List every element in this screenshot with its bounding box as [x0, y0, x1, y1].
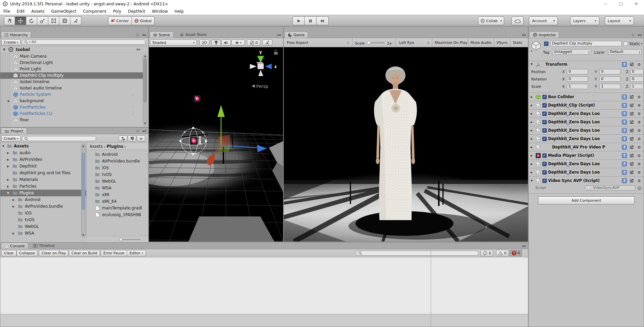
hierarchy-item[interactable]: ▶background [0, 98, 143, 104]
gear-icon[interactable] [637, 170, 642, 175]
layers-dropdown[interactable]: Layers [570, 16, 599, 25]
project-lock-icon[interactable] [136, 129, 140, 133]
window-maximize-button[interactable]: □ [613, 0, 629, 8]
position-x-field[interactable]: 0 [567, 69, 588, 74]
console-panel-menu-icon[interactable]: ▾≡ [522, 244, 526, 248]
mute-audio-button[interactable]: Mute Audio [469, 40, 493, 46]
transform-foldout-icon[interactable]: ▼ [531, 63, 533, 66]
expand-icon[interactable]: ▶ [531, 146, 533, 149]
breadcrumb-current[interactable]: Plugins [107, 144, 123, 149]
component-depthkit-zero-days[interactable]: ▶c# Depthkit_Zero Days Loo ? [529, 109, 644, 118]
tab-asset-store[interactable]: Asset Store [176, 31, 210, 38]
window-minimize-button[interactable]: ─ [598, 0, 613, 8]
menu-help[interactable]: Help [171, 8, 187, 15]
scene-header-row[interactable]: ▼ Isobel ▾≡ [0, 46, 148, 53]
tab-game[interactable]: Game [284, 31, 308, 38]
window-close-button[interactable]: ✕ [629, 0, 644, 8]
prefab-chevron-icon[interactable]: › [132, 91, 133, 98]
component-enabled-checkbox[interactable] [542, 153, 547, 158]
scene-panel-menu-icon[interactable]: ▾≡ [277, 33, 281, 37]
hierarchy-create-button[interactable]: Create▾ [1, 39, 21, 45]
project-panel-menu-icon[interactable]: ▾≡ [143, 129, 146, 133]
rotation-z-field[interactable]: 0 [630, 76, 644, 82]
component-video-sync-avp[interactable]: ▼c# Video Sync AVP (Script) ? [529, 176, 644, 185]
component-enabled-checkbox[interactable] [542, 137, 547, 141]
help-icon[interactable]: ? [622, 103, 627, 108]
gear-icon[interactable] [637, 178, 642, 183]
preset-icon[interactable] [629, 178, 634, 183]
console-error-pause-button[interactable]: Error Pause [101, 250, 127, 256]
tab-console[interactable]: Console [1, 243, 28, 249]
gear-icon[interactable] [637, 128, 642, 133]
expand-icon[interactable]: ▶ [12, 203, 14, 210]
space-toggle-button[interactable]: Global [132, 16, 155, 25]
preset-icon[interactable] [629, 136, 634, 141]
scene-effects-dropdown[interactable]: ▾ [231, 40, 245, 46]
help-icon[interactable]: ? [622, 94, 627, 100]
prefab-chevron-icon[interactable]: › [132, 111, 133, 117]
breadcrumb-root[interactable]: Assets [90, 144, 103, 149]
expand-icon[interactable]: ▼ [7, 190, 9, 197]
expand-icon[interactable]: ▶ [12, 230, 14, 237]
project-file[interactable]: WebGL [87, 178, 148, 185]
project-tree-item[interactable]: ▶Particles [0, 183, 86, 190]
gear-icon[interactable] [637, 153, 642, 158]
inspector-panel-menu-icon[interactable]: ▾≡ [638, 33, 642, 37]
project-tree-item[interactable]: tvOS [0, 216, 86, 223]
project-file[interactable]: tvOS [87, 171, 148, 178]
custom-tool-button[interactable] [70, 16, 82, 25]
component-enabled-checkbox[interactable] [542, 120, 547, 124]
gear-icon[interactable] [637, 161, 642, 167]
icon-picker-arrow[interactable]: ▾ [531, 50, 532, 53]
project-file[interactable]: WSA [87, 185, 148, 191]
preset-icon[interactable] [629, 111, 634, 116]
project-filter-favorite-button[interactable] [137, 135, 145, 141]
component-enabled-checkbox[interactable] [542, 103, 547, 108]
console-search-input[interactable] [356, 251, 479, 256]
active-checkbox[interactable] [544, 42, 548, 46]
object-picker-icon[interactable] [637, 186, 642, 190]
gear-icon[interactable] [637, 120, 642, 125]
component-depthkit-zero-days[interactable]: ▶c# Depthkit_Zero Days Loo ? [529, 168, 644, 176]
component-media-player[interactable]: ▶ Media Player (Script) ? [529, 151, 644, 159]
tag-dropdown[interactable]: Untagged▴▾ [552, 49, 591, 55]
layout-dropdown[interactable]: Layout [605, 16, 634, 25]
component-enabled-checkbox[interactable] [542, 95, 547, 99]
console-error-badge[interactable]: !0 [509, 250, 522, 256]
hierarchy-search-input[interactable]: ▾ All [22, 40, 146, 45]
hierarchy-item-prefab[interactable]: FootParticles (1)› [0, 111, 143, 117]
preset-icon[interactable] [629, 170, 634, 175]
project-tree-item[interactable]: ▶AVProVideo.bundle [0, 203, 86, 210]
menu-edit[interactable]: Edit [13, 8, 28, 15]
console-warning-badge[interactable]: !0 [496, 250, 508, 256]
hierarchy-lock-icon[interactable] [136, 32, 140, 37]
project-tree-item-selected[interactable]: ▼Plugins [0, 190, 86, 196]
help-icon[interactable]: ? [622, 111, 627, 116]
gameobject-name-field[interactable]: Depthkit Clip multiply [550, 41, 622, 46]
component-depthkit-zero-days[interactable]: ▶c# Depthkit_Zero Days Loo ? [529, 118, 644, 126]
project-tree-item[interactable]: depthkit png and txt files [0, 170, 86, 176]
tab-inspector[interactable]: iInspector [529, 31, 559, 38]
scene-audio-button[interactable] [221, 40, 231, 46]
gear-icon[interactable] [637, 111, 642, 116]
transform-tool-button[interactable] [59, 16, 70, 25]
collab-dropdown[interactable]: Collab [478, 16, 504, 25]
menu-window[interactable]: Window [149, 8, 171, 15]
hierarchy-item[interactable]: Directional Light [0, 60, 143, 66]
hierarchy-panel-menu-icon[interactable]: ▾≡ [143, 33, 146, 37]
scale-slider[interactable] [368, 42, 384, 43]
hand-tool-button[interactable] [4, 16, 15, 25]
scene-tools-button[interactable] [262, 40, 272, 46]
project-tree-item[interactable]: WebGL [0, 223, 86, 230]
position-z-field[interactable]: 0 [630, 69, 644, 74]
help-icon[interactable]: ? [622, 120, 627, 125]
hierarchy-item-prefab[interactable]: FootParticles› [0, 104, 143, 111]
project-create-button[interactable]: Create▾ [1, 135, 21, 141]
component-av-pro-video[interactable]: ▶c# Depthkit_AV Pro Video P ? [529, 143, 644, 151]
scale-tool-button[interactable] [37, 16, 48, 25]
rect-tool-button[interactable] [48, 16, 59, 25]
component-depthkit-zero-days[interactable]: ▶c# Depthkit_Zero Days Loo ? [529, 126, 644, 134]
help-icon[interactable]: ? [622, 170, 627, 175]
project-tree-scrollbar[interactable]: ▲ ▼ [81, 144, 86, 237]
scale-y-field[interactable]: 1 [599, 84, 621, 89]
